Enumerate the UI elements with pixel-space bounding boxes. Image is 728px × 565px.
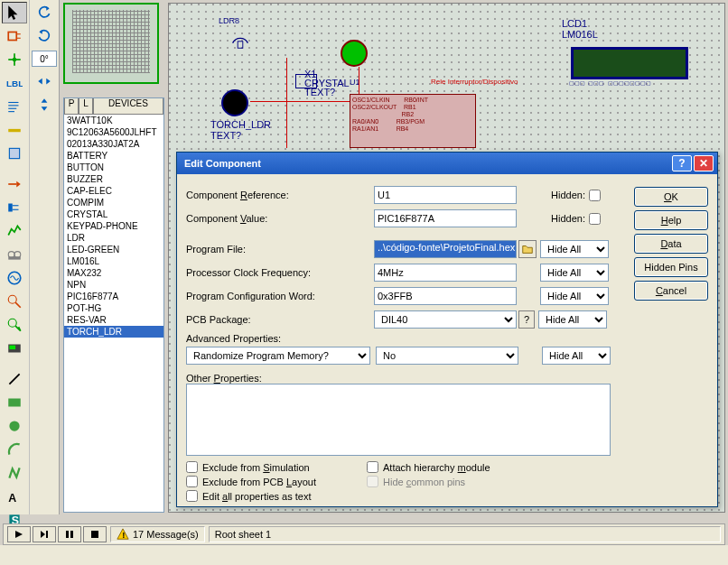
rect-tool[interactable] xyxy=(2,392,27,413)
attach-hier-checkbox[interactable] xyxy=(367,461,378,473)
devices-tab-p[interactable]: P xyxy=(64,98,79,115)
exclude-sim-label: Exclude from Simulation xyxy=(202,462,310,473)
device-item[interactable]: BUZZER xyxy=(64,173,163,185)
config-word-input[interactable] xyxy=(374,287,517,305)
stop-button[interactable] xyxy=(83,526,107,542)
data-button[interactable]: Data xyxy=(634,234,708,254)
lcd-screen xyxy=(571,47,688,79)
pcb-pkg-browse-button[interactable]: ? xyxy=(518,310,535,329)
dialog-close-icon[interactable]: ✕ xyxy=(694,155,714,171)
device-item[interactable]: PIC16F877A xyxy=(64,291,163,302)
device-item[interactable]: KEYPAD-PHONE xyxy=(64,220,163,232)
edit-all-checkbox[interactable] xyxy=(186,490,198,502)
device-item[interactable]: MAX232 xyxy=(64,267,163,279)
text-tool[interactable]: A xyxy=(2,486,27,507)
voltage-source-component[interactable] xyxy=(341,40,368,67)
exclude-pcb-checkbox[interactable] xyxy=(186,476,198,487)
overview-thumbnail[interactable] xyxy=(63,3,159,84)
hidden-pins-button[interactable]: Hidden Pins xyxy=(634,257,708,277)
ok-button[interactable]: OK xyxy=(634,187,708,207)
dialog-help-icon[interactable]: ? xyxy=(672,155,692,171)
flip-horiz-tool[interactable] xyxy=(32,70,57,92)
voltage-probe-tool[interactable] xyxy=(2,291,27,312)
prog-file-hide-select[interactable]: Hide All xyxy=(540,240,609,258)
device-item[interactable]: LED-GREEN xyxy=(64,244,163,255)
step-button[interactable] xyxy=(33,526,56,542)
device-item[interactable]: 02013A330JAT2A xyxy=(64,138,163,150)
graph-tool[interactable] xyxy=(2,220,27,242)
rotation-degree-input[interactable] xyxy=(32,51,57,67)
device-item[interactable]: 3WATT10K xyxy=(64,115,163,126)
devices-tab-l[interactable]: L xyxy=(79,98,93,115)
generator-tool[interactable] xyxy=(2,267,27,289)
exclude-sim-checkbox[interactable] xyxy=(186,461,198,473)
dialog-titlebar[interactable]: Edit Component ? ✕ xyxy=(177,153,717,174)
flip-vert-tool[interactable] xyxy=(32,94,57,116)
comp-val-hidden-checkbox[interactable] xyxy=(589,213,601,225)
adv-prop-val-select[interactable]: No xyxy=(376,347,518,365)
label-tool[interactable]: LBL xyxy=(2,72,27,94)
current-probe-tool[interactable] xyxy=(2,314,27,336)
svg-line-26 xyxy=(9,374,19,384)
lcd-component[interactable]: LCD1LM016L ▢▢▢ ▢▢▢ ▢▢▢▢▢▢▢▢ xyxy=(562,18,706,90)
instruments-tool[interactable] xyxy=(2,338,27,359)
text-script-tool[interactable] xyxy=(2,96,27,117)
messages-status[interactable]: ! 17 Message(s) xyxy=(110,526,205,542)
device-item[interactable]: RES-VAR xyxy=(64,314,163,326)
pcb-pkg-hide-select[interactable]: Hide All xyxy=(538,310,607,329)
tape-tool[interactable] xyxy=(2,244,27,265)
circle-tool[interactable] xyxy=(2,415,27,437)
device-item[interactable]: NPN xyxy=(64,279,163,291)
devices-list[interactable]: 3WATT10K9C12063A5600JLHFT02013A330JAT2AB… xyxy=(64,115,163,338)
cancel-button[interactable]: Cancel xyxy=(634,281,708,301)
clock-freq-input[interactable] xyxy=(374,264,517,282)
pcb-pkg-label: PCB Package: xyxy=(186,314,374,325)
warning-icon: ! xyxy=(117,528,129,541)
device-item[interactable]: COMPIM xyxy=(64,197,163,208)
device-item[interactable]: BUTTON xyxy=(64,162,163,173)
sheet-status: Root sheet 1 xyxy=(209,526,721,542)
torch-ldr-component[interactable] xyxy=(221,89,248,116)
play-button[interactable] xyxy=(7,526,31,542)
path-tool[interactable] xyxy=(2,462,27,484)
clock-freq-hide-select[interactable]: Hide All xyxy=(540,264,609,282)
prog-file-input[interactable]: ..\código-fonte\ProjetoFinal.hex xyxy=(374,240,517,258)
comp-ref-label: Component Reference: xyxy=(186,190,374,200)
comp-ref-hidden-checkbox[interactable] xyxy=(589,190,601,201)
bus-tool[interactable] xyxy=(2,119,27,141)
arc-tool[interactable] xyxy=(2,439,27,460)
sounder-component[interactable] xyxy=(228,26,253,53)
prog-file-browse-button[interactable] xyxy=(518,240,537,258)
device-item[interactable]: 9C12063A5600JLHFT xyxy=(64,126,163,138)
terminal-tool[interactable] xyxy=(2,173,27,195)
comp-val-input[interactable] xyxy=(374,209,517,227)
torch-label: TORCH_LDRTEXT? xyxy=(210,119,271,141)
adv-prop-name-select[interactable]: Randomize Program Memory? xyxy=(186,347,370,365)
rotate-cw-tool[interactable] xyxy=(32,2,57,23)
device-pin-tool[interactable] xyxy=(2,197,27,218)
pause-button[interactable] xyxy=(58,526,81,542)
device-item[interactable]: POT-HG xyxy=(64,302,163,314)
device-item[interactable]: CAP-ELEC xyxy=(64,185,163,197)
device-item[interactable]: LM016L xyxy=(64,255,163,267)
pcb-pkg-select[interactable]: DIL40 xyxy=(374,310,517,329)
line-tool[interactable] xyxy=(2,368,27,390)
device-item[interactable]: CRYSTAL xyxy=(64,208,163,220)
comp-ref-input[interactable] xyxy=(374,186,517,204)
device-item[interactable]: LDR xyxy=(64,232,163,244)
subcircuit-tool[interactable] xyxy=(2,143,27,164)
other-props-textarea[interactable] xyxy=(186,384,611,456)
device-item[interactable]: TORCH_LDR xyxy=(64,326,163,338)
rotate-ccw-tool[interactable] xyxy=(32,25,57,47)
junction-tool[interactable] xyxy=(2,49,27,70)
device-item[interactable]: BATTERY xyxy=(64,150,163,162)
relay-text-label: Rele Interruptor/Dispositivo xyxy=(431,78,518,86)
clock-freq-label: Processor Clock Frequency: xyxy=(186,267,374,278)
help-button[interactable]: Help xyxy=(634,210,708,230)
adv-prop-hide-select[interactable]: Hide All xyxy=(542,347,611,365)
mcu-component[interactable]: OSC1/CLKIN RB0/INTOSC2/CLKOUT RB1 RB2RA0… xyxy=(350,94,476,148)
pointer-tool[interactable] xyxy=(2,2,27,23)
component-tool[interactable] xyxy=(2,25,27,47)
config-word-hide-select[interactable]: Hide All xyxy=(540,287,609,305)
lcd-ref-label: LCD1LM016L xyxy=(562,18,706,40)
